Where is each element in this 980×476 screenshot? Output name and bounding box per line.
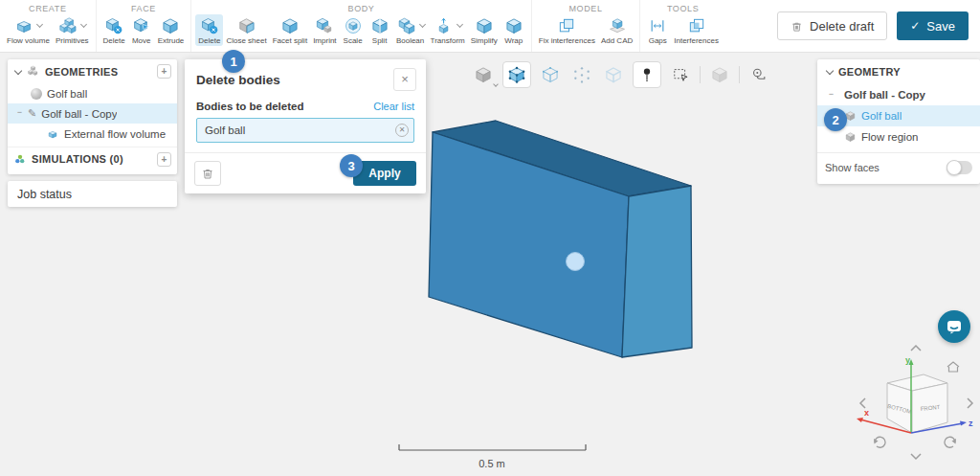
toolbar-group-create: CREATE Flow volume Primitives <box>0 0 96 52</box>
toolbar-group-model: MODEL Fix interferences Add CAD <box>531 0 640 52</box>
chevron-down-icon[interactable] <box>826 67 834 75</box>
toolbar-button-delete-face[interactable]: Delete <box>100 14 128 46</box>
scale-icon <box>343 16 364 35</box>
check-icon: ✓ <box>910 19 920 33</box>
bodies-field-label: Bodies to be deleted <box>196 101 303 112</box>
geometry-header-row[interactable]: GEOMETRY <box>817 59 980 84</box>
toolbar-button-fix-interferences[interactable]: Fix interferences <box>536 14 598 46</box>
toolbar-button-flow-volume[interactable]: Flow volume <box>4 14 53 46</box>
scale-bar <box>399 444 586 450</box>
roll-cw-icon[interactable] <box>945 437 956 447</box>
clear-list-link[interactable]: Clear list <box>373 101 414 112</box>
bodies-input[interactable] <box>196 118 414 143</box>
rotate-left-arrow[interactable] <box>860 398 865 408</box>
rotate-right-arrow[interactable] <box>968 398 972 408</box>
measure-tool-button[interactable] <box>746 62 771 87</box>
axis-z-label: z <box>969 419 973 428</box>
toolbar-button-delete-body[interactable]: Delete <box>195 14 223 46</box>
toolbar-button-extrude-face[interactable]: Extrude <box>155 14 188 46</box>
rotate-down-arrow[interactable] <box>911 454 921 459</box>
edit-icon: ✎ <box>28 107 36 120</box>
group-label-tools: TOOLS <box>667 4 699 13</box>
measure-tape-icon <box>749 65 768 84</box>
hide-body-mode-button[interactable] <box>601 62 626 87</box>
chevron-down-icon[interactable] <box>419 21 426 28</box>
add-simulation-button[interactable]: + <box>157 152 171 167</box>
box-select-button[interactable] <box>668 62 693 87</box>
body-select-cube-icon <box>507 65 526 84</box>
toolbar-button-boolean[interactable]: Boolean <box>393 14 428 46</box>
scene-tree-panel: GEOMETRIES + Golf ball − ✎ Golf ball - C… <box>8 59 177 174</box>
box-right-face[interactable] <box>622 186 692 357</box>
render-mode-shaded-button[interactable] <box>471 62 496 87</box>
chevron-down-icon[interactable] <box>80 21 87 28</box>
delete-face-icon <box>103 16 124 35</box>
shaded-cube-icon <box>474 65 493 84</box>
toolbar-button-imprint[interactable]: Imprint <box>310 14 339 46</box>
chevron-down-icon[interactable] <box>14 66 22 74</box>
toolbar-separator <box>739 66 740 83</box>
add-geometry-button[interactable]: + <box>157 64 171 79</box>
show-faces-toggle[interactable] <box>947 161 972 174</box>
toolbar-button-gaps[interactable]: Gaps <box>644 14 671 46</box>
delete-draft-button[interactable]: Delete draft <box>777 11 887 40</box>
rotate-up-arrow[interactable] <box>911 346 921 351</box>
toolbar-button-transform[interactable]: Transform <box>428 14 468 46</box>
topbar-actions: Delete draft ✓ Save <box>777 0 980 52</box>
select-body-mode-button[interactable] <box>502 61 531 88</box>
tree-item-golf-ball-copy[interactable]: − ✎ Golf ball - Copy <box>8 103 177 124</box>
chevron-down-icon[interactable] <box>36 21 43 28</box>
support-chat-button[interactable] <box>938 310 970 343</box>
home-view-icon[interactable] <box>947 362 959 372</box>
toolbar-button-facet-split[interactable]: Facet split <box>270 14 310 46</box>
clear-input-icon[interactable]: ✕ <box>395 124 409 137</box>
toolbar-button-simplify[interactable]: Simplify <box>468 14 501 46</box>
remove-selection-button[interactable] <box>194 161 221 186</box>
navigation-cube-cluster: BOTTOM FRONT y x z <box>842 335 980 476</box>
save-button[interactable]: ✓ Save <box>897 11 969 40</box>
toolbar-button-add-cad[interactable]: Add CAD <box>598 14 635 46</box>
toolbar-button-wrap[interactable]: Wrap <box>501 14 527 46</box>
transform-icon <box>434 16 455 35</box>
tree-item-external-flow-volume[interactable]: External flow volume <box>8 124 177 144</box>
flow-volume-icon <box>13 16 34 35</box>
collapse-toggle[interactable]: − <box>827 91 835 100</box>
step-badge-3: 3 <box>340 154 363 177</box>
golf-ball-body[interactable] <box>567 253 585 271</box>
close-sheet-icon <box>236 16 257 35</box>
toolbar-button-split[interactable]: Split <box>367 14 393 46</box>
explode-view-button[interactable] <box>707 62 732 87</box>
roll-ccw-icon[interactable] <box>874 437 885 447</box>
interferences-icon <box>686 16 707 35</box>
job-status-panel[interactable]: Job status <box>8 181 177 207</box>
chevron-down-icon[interactable] <box>493 81 499 87</box>
toolbar-group-face: FACE Delete Move Extrude <box>96 0 191 52</box>
delete-bodies-dialog: Delete bodies × Bodies to be deleted Cle… <box>185 59 426 193</box>
simplify-icon <box>474 16 495 35</box>
geometry-item-flow-region[interactable]: Flow region <box>817 126 980 147</box>
close-icon[interactable]: × <box>393 68 416 91</box>
tree-item-golf-ball[interactable]: Golf ball <box>8 83 177 103</box>
toolbar-button-close-sheet[interactable]: Close sheet <box>223 14 269 46</box>
wrap-icon <box>503 16 524 35</box>
toolbar-button-primitives[interactable]: Primitives <box>53 14 92 46</box>
group-label-create: CREATE <box>29 4 66 13</box>
facet-split-icon <box>279 16 301 35</box>
toolbar-button-scale[interactable]: Scale <box>340 14 367 46</box>
select-face-mode-button[interactable] <box>538 62 563 87</box>
collapse-toggle[interactable]: − <box>15 109 24 118</box>
geometry-root-row[interactable]: − Golf ball - Copy <box>817 84 980 105</box>
simulations-header-row[interactable]: SIMULATIONS (0) + <box>8 147 177 170</box>
flow-volume-body[interactable] <box>429 121 692 357</box>
toolbar-button-interferences[interactable]: Interferences <box>671 14 722 46</box>
axis-y-label: y <box>905 355 910 365</box>
ghost-cube-icon <box>604 65 623 84</box>
primitives-icon <box>57 16 78 35</box>
probe-point-button[interactable] <box>633 61 661 88</box>
vertex-dots-icon <box>572 65 591 84</box>
imprint-icon <box>314 16 335 35</box>
toolbar-button-move-face[interactable]: Move <box>128 14 155 46</box>
geometries-header-row[interactable]: GEOMETRIES + <box>8 59 177 83</box>
chevron-down-icon[interactable] <box>457 21 463 28</box>
select-vertex-mode-button[interactable] <box>569 62 594 87</box>
